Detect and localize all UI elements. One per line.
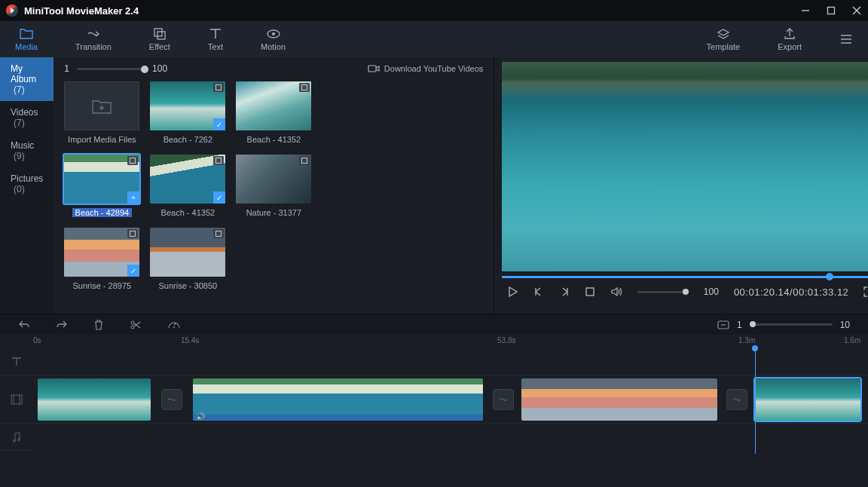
svg-rect-4 bbox=[154, 29, 162, 36]
playhead[interactable] bbox=[755, 348, 756, 454]
seek-bar[interactable] bbox=[502, 276, 868, 278]
redo-button[interactable] bbox=[56, 320, 68, 330]
preview-panel: 100 00:01:20.14/00:01:33.12 bbox=[494, 57, 868, 314]
sidebar: My Album (7) Videos (7) Music (9) Pictur… bbox=[0, 57, 53, 314]
tab-motion[interactable]: Motion bbox=[261, 27, 286, 51]
video-type-icon bbox=[213, 83, 224, 92]
add-icon[interactable]: ＋ bbox=[127, 191, 139, 204]
media-item-label: Sunrise - 28975 bbox=[73, 281, 132, 290]
media-item[interactable]: Sunrise - 30850 bbox=[150, 228, 225, 290]
timeline-clip[interactable] bbox=[521, 378, 717, 421]
timeline-toolbar: 1 10 bbox=[0, 314, 868, 335]
transition-slot[interactable] bbox=[493, 389, 514, 410]
volume-icon[interactable] bbox=[610, 286, 622, 297]
svg-point-14 bbox=[131, 326, 134, 329]
close-button[interactable] bbox=[851, 5, 862, 16]
titlebar: MiniTool MovieMaker 2.4 bbox=[0, 0, 868, 21]
sidebar-item-music[interactable]: Music (9) bbox=[0, 134, 53, 167]
timeline-zoom-slider[interactable] bbox=[750, 323, 833, 326]
app-logo-icon bbox=[6, 5, 18, 17]
media-item-label: Beach - 41352 bbox=[247, 135, 301, 144]
sidebar-item-videos[interactable]: Videos (7) bbox=[0, 101, 53, 134]
volume-slider[interactable] bbox=[637, 291, 689, 293]
export-icon bbox=[783, 27, 796, 41]
fit-button[interactable] bbox=[717, 320, 729, 329]
delete-button[interactable] bbox=[93, 320, 104, 330]
text-icon bbox=[209, 27, 222, 41]
camera-icon bbox=[368, 64, 380, 73]
check-icon: ✓ bbox=[213, 191, 225, 204]
tab-effect-label: Effect bbox=[149, 42, 170, 51]
svg-rect-11 bbox=[368, 66, 376, 72]
media-item[interactable]: ✓ Beach - 7262 bbox=[150, 81, 225, 144]
timeline-clip[interactable]: 🔊 bbox=[193, 378, 483, 421]
video-type-icon bbox=[299, 83, 310, 92]
svg-rect-17 bbox=[11, 395, 22, 404]
transition-icon bbox=[86, 27, 101, 41]
slider-thumb[interactable] bbox=[683, 289, 689, 295]
ruler-mark: 15.4s bbox=[181, 336, 199, 345]
thumb-zoom-slider[interactable] bbox=[77, 68, 145, 70]
check-icon: ✓ bbox=[213, 118, 225, 130]
media-item[interactable]: ✓ Beach - 41352 bbox=[150, 155, 225, 217]
import-media-button[interactable]: Import Media Files bbox=[64, 81, 139, 144]
sidebar-item-count: (0) bbox=[14, 184, 25, 194]
slider-thumb[interactable] bbox=[750, 321, 756, 327]
slider-thumb[interactable] bbox=[141, 66, 148, 73]
template-icon bbox=[717, 27, 730, 41]
maximize-button[interactable] bbox=[826, 5, 836, 16]
template-button[interactable]: Template bbox=[707, 27, 741, 51]
next-frame-button[interactable] bbox=[559, 286, 570, 297]
tab-media-label: Media bbox=[15, 42, 38, 51]
media-item[interactable]: ✓ Sunrise - 28975 bbox=[64, 228, 139, 290]
audio-track-icon[interactable] bbox=[0, 424, 33, 451]
sidebar-item-my-album[interactable]: My Album (7) bbox=[0, 57, 53, 101]
media-item[interactable]: ＋ Beach - 42894 bbox=[64, 155, 139, 217]
motion-icon bbox=[266, 27, 281, 41]
tab-motion-label: Motion bbox=[261, 42, 286, 51]
tab-text[interactable]: Text bbox=[208, 27, 223, 51]
app-title: MiniTool MovieMaker 2.4 bbox=[24, 5, 139, 17]
video-track[interactable]: 🔊 bbox=[33, 375, 868, 424]
speaker-icon: 🔊 bbox=[196, 412, 205, 421]
tab-media[interactable]: Media bbox=[15, 27, 38, 51]
timeline-clip[interactable] bbox=[755, 378, 860, 421]
menu-button[interactable] bbox=[839, 32, 853, 46]
svg-point-7 bbox=[272, 32, 275, 35]
text-track-icon[interactable] bbox=[0, 348, 33, 375]
media-item-label: Beach - 41352 bbox=[161, 208, 215, 217]
sidebar-item-pictures[interactable]: Pictures (0) bbox=[0, 167, 53, 201]
transition-slot[interactable] bbox=[726, 389, 747, 410]
fullscreen-button[interactable] bbox=[863, 286, 868, 297]
video-type-icon bbox=[127, 156, 138, 165]
media-item-label: Beach - 7262 bbox=[164, 135, 212, 144]
template-label: Template bbox=[707, 42, 741, 51]
video-track-icon[interactable] bbox=[0, 375, 33, 424]
video-type-icon bbox=[127, 229, 138, 238]
stop-button[interactable] bbox=[585, 286, 595, 297]
sidebar-item-label: Videos bbox=[11, 107, 38, 118]
prev-frame-button[interactable] bbox=[533, 286, 544, 297]
sidebar-item-count: (7) bbox=[14, 118, 25, 128]
timeline-clip[interactable] bbox=[38, 378, 151, 421]
tab-transition[interactable]: Transition bbox=[75, 27, 112, 51]
minimize-button[interactable] bbox=[800, 5, 811, 16]
export-button[interactable]: Export bbox=[778, 27, 802, 51]
media-panel: 1 100 Download YouTube Videos Import Med… bbox=[53, 57, 494, 314]
sidebar-item-label: Pictures bbox=[11, 173, 43, 184]
tab-effect[interactable]: Effect bbox=[149, 27, 170, 51]
undo-button[interactable] bbox=[18, 320, 30, 330]
split-button[interactable] bbox=[130, 320, 142, 330]
media-item-label: Beach - 42894 bbox=[72, 208, 133, 217]
speed-button[interactable] bbox=[167, 320, 181, 329]
transition-slot[interactable] bbox=[161, 389, 182, 410]
preview-canvas[interactable] bbox=[502, 62, 868, 271]
download-youtube-link[interactable]: Download YouTube Videos bbox=[368, 64, 484, 73]
media-item[interactable]: Beach - 41352 bbox=[236, 81, 311, 144]
ruler-mark: 53.8s bbox=[497, 336, 515, 345]
play-button[interactable] bbox=[506, 286, 518, 298]
timeline[interactable]: 0s 15.4s 53.8s 1.3m 1.6m 🔊 bbox=[0, 335, 868, 487]
timeline-ruler[interactable]: 0s 15.4s 53.8s 1.3m 1.6m bbox=[0, 335, 868, 348]
hamburger-icon bbox=[839, 32, 853, 46]
media-item[interactable]: Nature - 31377 bbox=[236, 155, 311, 217]
